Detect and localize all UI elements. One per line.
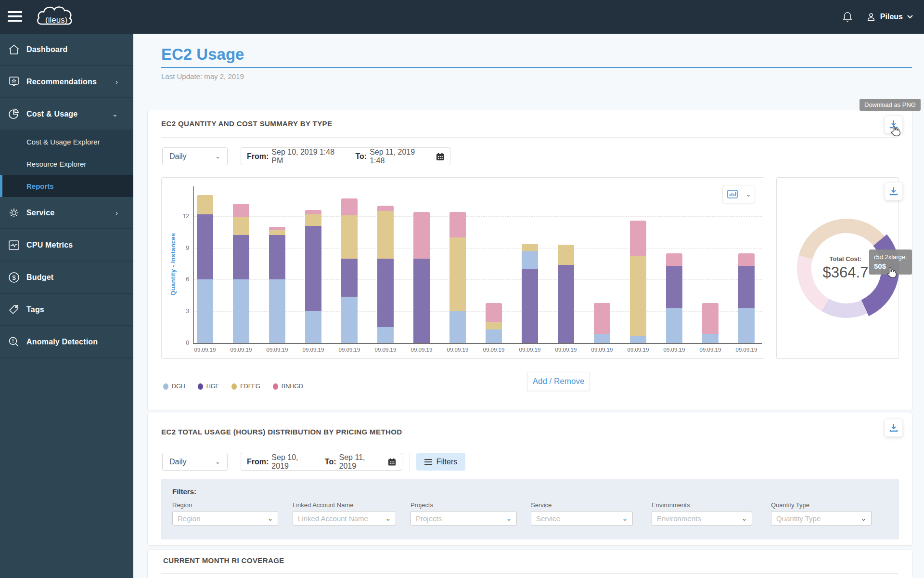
x-tick-label: 09.09.19	[513, 347, 547, 353]
stacked-bar[interactable]	[413, 212, 430, 343]
donut-tooltip: r5d.2xlarge: 50$	[869, 250, 912, 275]
x-tick-label: 09.09.19	[296, 347, 330, 353]
chevron-down-icon: ⌄	[742, 515, 747, 522]
sidebar-item-label: Anomaly Detection	[26, 338, 98, 346]
bar-segment-bnhgd	[594, 303, 610, 335]
stacked-bar[interactable]	[269, 227, 285, 343]
legend-item-dgh[interactable]: DGH	[163, 383, 185, 390]
sidebar-item-label: Service	[26, 209, 54, 217]
stacked-bar[interactable]	[738, 253, 755, 343]
download-summary-button[interactable]	[885, 115, 903, 133]
sidebar-item-recommendations[interactable]: Recommendations›	[0, 66, 133, 98]
stacked-bar[interactable]	[341, 198, 358, 343]
summary-date-range[interactable]: From:Sep 10, 2019 1:48 PM To:Sep 11, 201…	[241, 147, 450, 165]
chart-type-toggle[interactable]: ⌄	[722, 185, 755, 203]
stacked-bar[interactable]	[630, 221, 646, 343]
sidebar-subitem-reports[interactable]: Reports	[0, 175, 133, 197]
filter-select-quantity-type[interactable]: Quantity Type⌄	[771, 511, 872, 525]
filter-select-service[interactable]: Service⌄	[531, 511, 633, 525]
badge-star-icon	[8, 76, 20, 88]
bar-segment-dgh	[341, 297, 358, 343]
sidebar-item-cpu-metrics[interactable]: CPU Metrics	[0, 229, 133, 262]
filter-placeholder: Environments	[657, 514, 701, 523]
x-tick-label: 09.09.19	[585, 347, 619, 353]
x-tick-label: 09.09.19	[369, 347, 402, 353]
notification-bell-icon[interactable]	[842, 11, 853, 23]
home-icon	[8, 43, 20, 56]
filter-select-projects[interactable]: Projects⌄	[411, 511, 517, 525]
chevron-down-icon: ⌄	[861, 515, 866, 522]
sidebar-item-label: Recommendations	[26, 78, 97, 86]
divider	[161, 573, 898, 574]
sidebar-subitem-resource-explorer[interactable]: Resource Explorer	[0, 153, 133, 175]
download-pricing-button[interactable]	[885, 419, 903, 437]
stacked-bar[interactable]	[305, 210, 321, 343]
bar-segment-dgh	[666, 308, 682, 343]
stacked-bar[interactable]	[594, 303, 610, 343]
stacked-bar[interactable]	[486, 303, 502, 343]
stacked-bar[interactable]	[197, 195, 213, 343]
sidebar-item-service[interactable]: Service›	[0, 197, 133, 229]
sidebar-item-anomaly-detection[interactable]: Anomaly Detection	[0, 326, 133, 358]
user-menu[interactable]: Pileus	[866, 12, 913, 22]
legend-item-fdffg[interactable]: FDFFG	[231, 383, 260, 390]
filter-select-environments[interactable]: Environments⌄	[652, 511, 752, 525]
bar-segment-bnhgd	[666, 253, 682, 266]
bar-segment-fdffg	[522, 244, 538, 251]
bar-chart-icon	[727, 188, 738, 200]
pricing-date-range[interactable]: From:Sep 10, 2019 To:Sep 11, 2019	[241, 453, 402, 471]
y-tick-label: 9	[170, 245, 189, 251]
filter-label-projects: Projects	[411, 501, 433, 509]
stacked-bar[interactable]	[377, 206, 394, 343]
bar-segment-dgh	[377, 327, 394, 343]
bar-segment-dgh	[486, 329, 502, 343]
bar-segment-hgf	[233, 235, 249, 279]
top-bar: (ileus) Pileus	[0, 0, 924, 34]
sidebar-item-budget[interactable]: $Budget	[0, 262, 133, 294]
legend-item-bnhgd[interactable]: BNHGD	[273, 383, 303, 390]
stacked-bar[interactable]	[449, 212, 466, 343]
filter-placeholder: Linked Account Name	[298, 514, 368, 523]
x-tick-label: 09.09.19	[441, 347, 475, 353]
filters-heading: Filters:	[172, 487, 196, 496]
stacked-bar[interactable]	[522, 244, 538, 343]
sidebar-item-dashboard[interactable]: Dashboard	[0, 34, 133, 66]
download-donut-button[interactable]	[885, 182, 903, 200]
chevron-down-icon: ⌄	[215, 153, 220, 160]
bar-segment-hgf	[269, 235, 285, 279]
bar-segment-fdffg	[197, 195, 213, 214]
filters-panel	[161, 479, 899, 539]
filter-select-region[interactable]: Region⌄	[172, 511, 278, 525]
title-underline	[161, 67, 912, 68]
filter-select-linked-account-name[interactable]: Linked Account Name⌄	[293, 511, 396, 525]
calendar-icon	[436, 152, 444, 161]
sidebar-item-cost-usage[interactable]: Cost & Usage⌄	[0, 98, 133, 131]
legend-label: HGF	[206, 383, 219, 390]
bar-segment-hgf	[197, 214, 213, 280]
summary-granularity-select[interactable]: Daily ⌄	[162, 147, 228, 165]
stacked-bar[interactable]	[233, 204, 249, 343]
filters-button[interactable]: Filters	[416, 453, 465, 471]
legend-label: BNHGD	[282, 383, 303, 390]
bar-segment-bnhgd	[486, 303, 502, 322]
sidebar-item-tags[interactable]: Tags	[0, 294, 133, 326]
add-remove-button[interactable]: Add / Remove	[527, 372, 590, 391]
download-icon	[889, 186, 898, 196]
bar-segment-dgh	[197, 279, 213, 343]
legend-dot	[273, 383, 278, 390]
user-name: Pileus	[880, 13, 903, 21]
sidebar-subitem-cost-usage-explorer[interactable]: Cost & Usage Explorer	[0, 131, 133, 153]
stacked-bar[interactable]	[558, 245, 574, 343]
stacked-bar[interactable]	[702, 303, 719, 343]
sidebar-item-label: Cost & Usage	[26, 110, 77, 118]
calendar-icon	[388, 458, 396, 466]
legend-item-hgf[interactable]: HGF	[198, 383, 219, 390]
chevron-down-icon: ⌄	[506, 515, 512, 522]
bar-segment-bnhgd	[630, 221, 646, 257]
bar-segment-hgf	[305, 226, 321, 312]
stacked-bar[interactable]	[666, 253, 682, 343]
chevron-down-icon: ⌄	[215, 458, 220, 465]
svg-text:(ileus): (ileus)	[45, 15, 67, 25]
pricing-granularity-select[interactable]: Daily ⌄	[162, 453, 228, 471]
hamburger-menu-icon[interactable]	[8, 11, 22, 23]
